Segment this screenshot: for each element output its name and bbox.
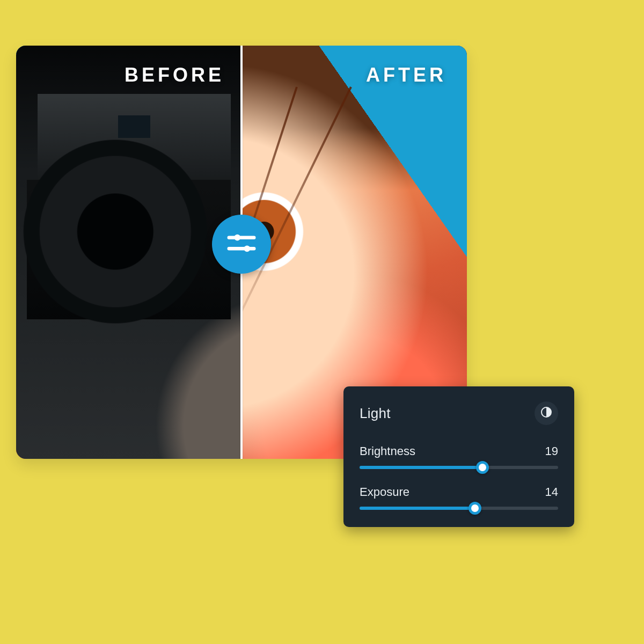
brightness-value: 19 (545, 444, 558, 458)
auto-adjust-button[interactable] (535, 401, 558, 425)
light-panel: Light Brightness 19 Exposure 14 (343, 386, 574, 527)
exposure-control: Exposure 14 (360, 485, 558, 510)
brightness-slider[interactable] (360, 466, 558, 469)
slider-thumb[interactable] (469, 502, 481, 515)
panel-title: Light (360, 405, 391, 422)
slider-fill (360, 466, 482, 469)
exposure-slider[interactable] (360, 507, 558, 510)
brightness-control: Brightness 19 (360, 444, 558, 469)
slider-thumb[interactable] (476, 461, 489, 474)
contrast-icon (540, 406, 553, 421)
svg-point-3 (244, 245, 251, 252)
sliders-icon (225, 226, 258, 262)
svg-point-2 (234, 234, 240, 240)
exposure-value: 14 (545, 485, 558, 499)
slider-fill (360, 507, 475, 510)
brightness-label: Brightness (360, 444, 415, 458)
after-label: AFTER (241, 64, 467, 86)
exposure-label: Exposure (360, 485, 409, 499)
compare-handle[interactable] (212, 215, 271, 274)
before-label: BEFORE (16, 64, 241, 86)
